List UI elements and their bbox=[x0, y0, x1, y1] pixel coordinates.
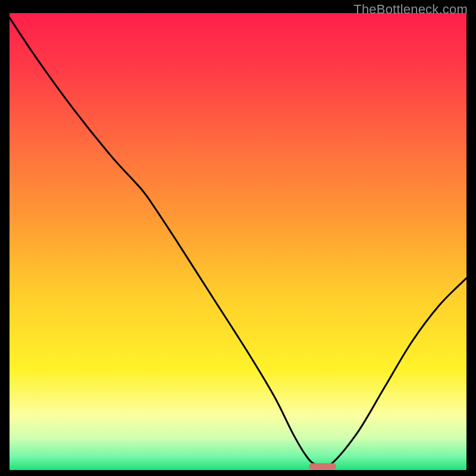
chart-svg bbox=[10, 13, 466, 470]
gradient-background bbox=[10, 13, 466, 470]
chart-frame bbox=[10, 13, 466, 470]
watermark-text: TheBottleneck.com bbox=[353, 2, 468, 17]
optimal-point-marker bbox=[309, 464, 336, 470]
